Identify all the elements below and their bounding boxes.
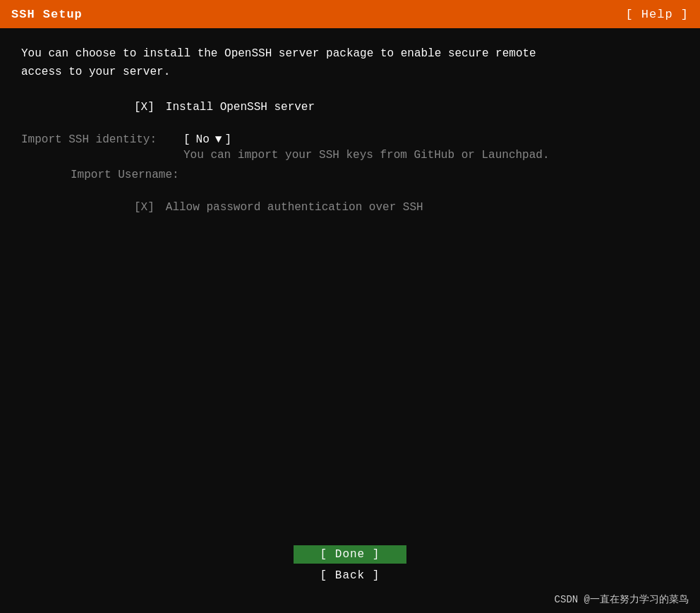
import-identity-label: Import SSH identity: — [21, 133, 183, 146]
bottom-area: [ Done ] [ Back ] — [0, 545, 700, 585]
password-auth-row[interactable]: [X] Allow password authentication over S… — [21, 201, 679, 214]
password-auth-label: Allow password authentication over SSH — [166, 201, 423, 214]
description-line1: You can choose to install the OpenSSH se… — [21, 47, 536, 60]
install-option-row[interactable]: [X] Install OpenSSH server — [21, 101, 679, 114]
dropdown[interactable]: [ No ▼ ] — [183, 133, 549, 146]
import-section: Import SSH identity: [ No ▼ ] You can im… — [21, 133, 679, 162]
done-button[interactable]: [ Done ] — [294, 545, 406, 564]
import-username-label: Import Username: — [21, 169, 179, 181]
dropdown-container: [ No ▼ ] You can import your SSH keys fr… — [183, 133, 549, 162]
help-button[interactable]: [ Help ] — [625, 8, 689, 21]
dropdown-arrow: ▼ — [215, 133, 222, 146]
install-checkbox[interactable]: [X] — [134, 101, 155, 114]
dropdown-close-bracket: ] — [224, 133, 231, 146]
description-line2: access to your server. — [21, 66, 170, 78]
dropdown-value: No — [191, 133, 215, 146]
import-username-row: Import Username: — [21, 169, 679, 181]
description: You can choose to install the OpenSSH se… — [21, 45, 679, 81]
watermark: CSDN @一直在努力学习的菜鸟 — [555, 593, 689, 606]
import-identity-row: Import SSH identity: [ No ▼ ] You can im… — [21, 133, 679, 162]
dropdown-open-bracket: [ — [183, 133, 191, 146]
main-content: You can choose to install the OpenSSH se… — [0, 28, 700, 214]
title-bar: SSH Setup [ Help ] — [0, 0, 700, 28]
back-button[interactable]: [ Back ] — [294, 566, 406, 585]
install-label: Install OpenSSH server — [166, 101, 315, 114]
import-identity-hint: You can import your SSH keys from GitHub… — [183, 149, 549, 162]
app-title: SSH Setup — [11, 8, 83, 21]
password-auth-checkbox[interactable]: [X] — [134, 201, 155, 214]
